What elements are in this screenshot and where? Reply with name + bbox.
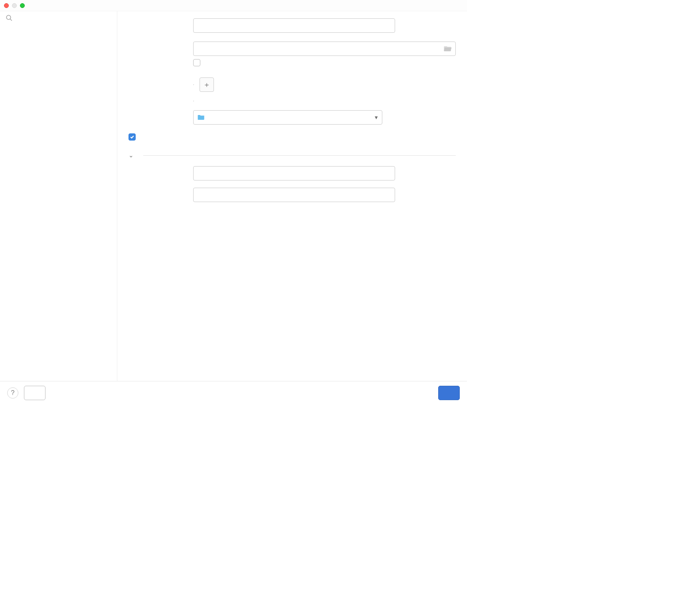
create-git-checkbox[interactable] bbox=[193, 59, 204, 66]
location-input[interactable] bbox=[193, 42, 456, 56]
svg-point-0 bbox=[6, 15, 11, 20]
chevron-down-icon: ⌄ bbox=[129, 152, 134, 159]
advanced-settings-toggle[interactable]: ⌄ bbox=[129, 152, 456, 159]
sidebar bbox=[0, 11, 117, 381]
language-segmented bbox=[193, 84, 194, 85]
help-button[interactable]: ? bbox=[7, 387, 18, 399]
cancel-button[interactable] bbox=[24, 386, 45, 400]
build-segmented bbox=[193, 101, 194, 101]
artifactid-input[interactable] bbox=[193, 188, 395, 202]
browse-folder-icon[interactable] bbox=[444, 45, 452, 53]
chevron-down-icon: ▾ bbox=[375, 114, 378, 121]
jdk-folder-icon bbox=[198, 114, 205, 121]
sidebar-search[interactable] bbox=[0, 11, 117, 26]
create-button[interactable] bbox=[438, 386, 460, 400]
window-controls bbox=[4, 3, 25, 8]
form-panel: ＋ ▾ ⌄ bbox=[117, 11, 467, 381]
minimize-window-button[interactable] bbox=[12, 3, 17, 8]
groupid-input[interactable] bbox=[193, 166, 395, 181]
divider bbox=[143, 155, 456, 156]
maximize-window-button[interactable] bbox=[20, 3, 25, 8]
close-window-button[interactable] bbox=[4, 3, 9, 8]
svg-line-1 bbox=[10, 19, 12, 21]
jdk-dropdown[interactable]: ▾ bbox=[193, 110, 382, 125]
footer: ? bbox=[0, 381, 467, 404]
checkbox-unchecked-icon bbox=[193, 59, 200, 66]
name-input[interactable] bbox=[193, 18, 395, 33]
titlebar bbox=[0, 0, 467, 11]
checkbox-checked-icon bbox=[129, 133, 136, 141]
sample-code-checkbox[interactable] bbox=[129, 133, 140, 141]
generators-header bbox=[0, 28, 117, 36]
add-language-button[interactable]: ＋ bbox=[200, 77, 214, 92]
search-icon bbox=[6, 14, 13, 22]
